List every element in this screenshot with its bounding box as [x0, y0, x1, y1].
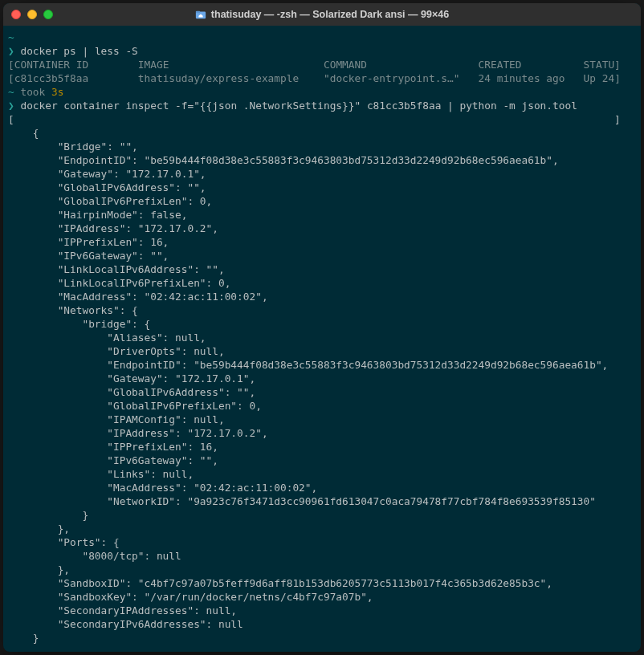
command-2: docker container inspect -f="{{json .Net…: [20, 100, 577, 112]
ps-header: [CONTAINER ID IMAGE COMMAND CREATED STAT…: [8, 59, 621, 71]
titlebar: thatisuday — -zsh — Solarized Dark ansi …: [3, 3, 641, 26]
window-title: thatisuday — -zsh — Solarized Dark ansi …: [211, 9, 449, 20]
prompt-arrow: ❯: [8, 45, 14, 57]
minimize-icon[interactable]: [27, 10, 37, 19]
terminal-window: thatisuday — -zsh — Solarized Dark ansi …: [3, 3, 641, 652]
home-folder-icon: [195, 9, 206, 20]
svg-rect-1: [196, 11, 200, 14]
prompt-tilde: ~: [8, 86, 14, 98]
ps-row: [c81cc3b5f8aa thatisuday/express-example…: [8, 72, 621, 84]
terminal-body[interactable]: ~ ❯ docker ps | less -S [CONTAINER ID IM…: [3, 26, 641, 652]
svg-rect-0: [196, 12, 206, 19]
close-icon[interactable]: [11, 10, 21, 19]
window-controls: [11, 10, 53, 19]
json-output: [ ] { "Bridge": "", "EndpointID": "be59b…: [8, 113, 621, 644]
prompt-arrow: ❯: [8, 100, 14, 112]
took-label: took: [20, 86, 51, 98]
maximize-icon[interactable]: [43, 10, 53, 19]
prompt-tilde: ~: [8, 31, 14, 43]
command-1: docker ps | less -S: [20, 45, 137, 57]
took-time: 3s: [51, 86, 63, 98]
